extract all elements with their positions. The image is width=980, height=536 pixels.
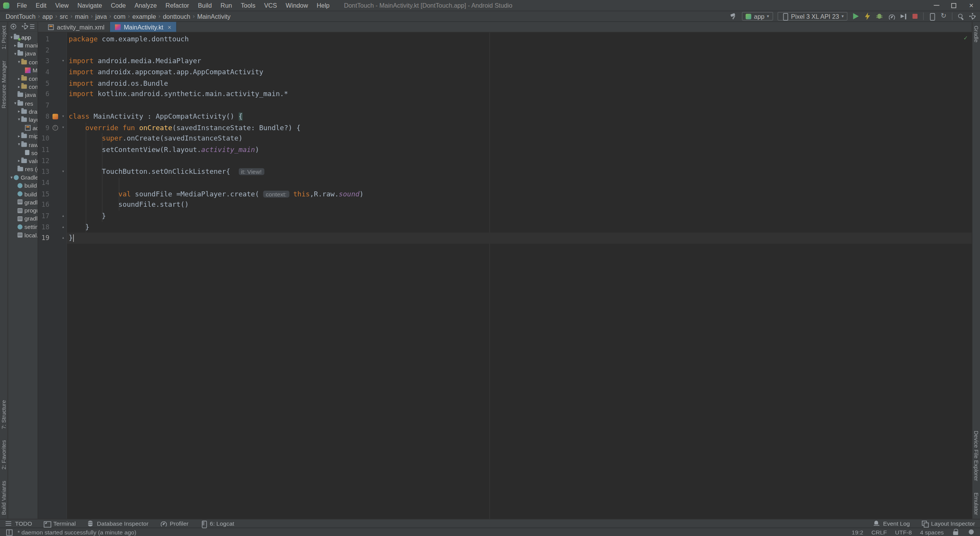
tree-open-arrow-icon[interactable]: ▾ [13, 51, 17, 56]
gradle-sync-button[interactable] [940, 13, 948, 20]
toolwindow-button-1-project[interactable]: 1: Project [1, 26, 7, 49]
toolwindow-switcher-icon[interactable] [5, 528, 13, 536]
menu-window[interactable]: Window [281, 0, 312, 11]
tree-item-mainactivity[interactable]: MainActivity [8, 66, 38, 75]
breadcrumb-item-src[interactable]: src [58, 13, 70, 20]
close-button[interactable]: × [962, 0, 980, 11]
fold-marker-icon[interactable]: ▾ [59, 111, 67, 122]
code-text[interactable]: override fun onCreate(savedInstanceState… [67, 122, 972, 133]
tree-open-arrow-icon[interactable]: ▾ [17, 117, 21, 122]
select-opened-file-icon[interactable] [9, 23, 17, 31]
code-text[interactable]: } [67, 233, 972, 244]
toolwindow-button-terminal[interactable]: Terminal [43, 520, 76, 528]
status-message[interactable]: * daemon started successfully (a minute … [18, 529, 136, 536]
stop-button[interactable] [911, 13, 919, 20]
tree-item-app[interactable]: ▾app [8, 33, 38, 42]
tree-item-build-gradle-module-donttouch-app[interactable]: build.gradle (Module: DontTouch.app) [8, 190, 38, 198]
tab-mainactivity-kt[interactable]: MainActivity.kt× [110, 22, 177, 32]
breadcrumb-item-donttouch[interactable]: DontTouch [4, 13, 38, 20]
code-text[interactable]: import android.media.MediaPlayer [67, 56, 972, 67]
code-text[interactable] [67, 178, 972, 189]
tree-item-values[interactable]: ▸values [8, 157, 38, 165]
tree-closed-arrow-icon[interactable]: ▸ [17, 84, 21, 89]
code-text[interactable] [67, 45, 972, 56]
tree-item-com-example-donttouch[interactable]: ▾com.example.donttouch [8, 58, 38, 66]
maximize-button[interactable] [945, 0, 963, 11]
fold-marker-icon[interactable]: ▴ [59, 222, 67, 233]
breadcrumb-item-app[interactable]: app [41, 13, 55, 20]
toolwindow-button-7-structure[interactable]: 7: Structure [1, 400, 7, 429]
tree-item-proguard-rules-pro-proguard-rules-for-donttouch-app[interactable]: proguard-rules.pro (ProGuard Rules for D… [8, 206, 38, 215]
settings-button[interactable] [969, 13, 977, 20]
breadcrumb-item-example[interactable]: example [131, 13, 158, 20]
lock-icon[interactable] [952, 528, 960, 536]
tree-item-mipmap[interactable]: ▸mipmap [8, 132, 38, 141]
tree-open-arrow-icon[interactable]: ▾ [9, 175, 13, 180]
class-gutter-icon[interactable] [52, 114, 58, 119]
tree-item-layout[interactable]: ▾layout [8, 116, 38, 124]
menu-edit[interactable]: Edit [31, 0, 51, 11]
tree-item-settings-gradle-project-settings[interactable]: settings.gradle (Project Settings) [8, 223, 38, 231]
code-text[interactable]: import androidx.appcompat.app.AppCompatA… [67, 67, 972, 78]
code-text[interactable]: super.onCreate(savedInstanceState) [67, 133, 972, 144]
tree-closed-arrow-icon[interactable]: ▸ [13, 43, 17, 48]
tree-closed-arrow-icon[interactable]: ▸ [17, 76, 21, 81]
build-hammer-icon[interactable] [730, 13, 738, 20]
code-text[interactable]: val soundFile =MediaPlayer.create( conte… [67, 188, 972, 199]
toolwindow-button-todo[interactable]: TODO [5, 520, 32, 528]
menu-tools[interactable]: Tools [236, 0, 260, 11]
device-manager-button[interactable] [928, 13, 936, 20]
overriding-method-gutter-icon[interactable]: ↑ [52, 125, 58, 131]
tree-open-arrow-icon[interactable]: ▾ [13, 101, 17, 106]
toolwindow-button-device-file-explorer[interactable]: Device File Explorer [973, 431, 979, 481]
tree-closed-arrow-icon[interactable]: ▸ [17, 134, 21, 139]
toolwindow-button-6-logcat[interactable]: 6: Logcat [200, 520, 234, 528]
run-button[interactable] [852, 13, 859, 20]
tree-item-activity-main-xml[interactable]: activity_main.xml [8, 124, 38, 132]
search-everywhere-button[interactable] [957, 13, 965, 20]
inspections-ok-icon[interactable] [964, 34, 967, 41]
tree-item-com-example-donttouch-androidtest[interactable]: ▸com.example.donttouch (androidTest) [8, 74, 38, 83]
tree-item-local-properties-sdk-location[interactable]: local.properties (SDK Location) [8, 231, 38, 239]
breadcrumb-item-mainactivity[interactable]: MainActivity [195, 13, 232, 20]
run-configuration-select[interactable]: app▾ [742, 12, 773, 21]
menu-file[interactable]: File [13, 0, 31, 11]
gear-icon[interactable] [21, 23, 29, 31]
toolwindow-button-layout-inspector[interactable]: Layout Inspector [921, 520, 975, 528]
tree-item-java[interactable]: ▾java [8, 50, 38, 58]
inspector-hector-icon[interactable] [967, 528, 975, 536]
code-text[interactable]: class MainActivity : AppCompatActivity()… [67, 111, 972, 122]
breadcrumb-item-com[interactable]: com [112, 13, 127, 20]
editor[interactable]: 1package com.example.donttouch23▾import … [38, 33, 972, 519]
code-text[interactable]: import android.os.Bundle [67, 78, 972, 89]
menu-build[interactable]: Build [193, 0, 216, 11]
tree-closed-arrow-icon[interactable]: ▸ [17, 109, 21, 114]
toolwindow-button-build-variants[interactable]: Build Variants [1, 481, 7, 515]
status-indent-style[interactable]: 4 spaces [920, 529, 944, 536]
tree-closed-arrow-icon[interactable]: ▸ [17, 159, 21, 163]
tree-item-gradle-wrapper-properties-gradle-version[interactable]: gradle-wrapper.properties (Gradle Versio… [8, 198, 38, 206]
status-line-ending[interactable]: CRLF [871, 529, 887, 536]
breadcrumb-item-java[interactable]: java [93, 13, 109, 20]
fold-marker-icon[interactable]: ▴ [59, 211, 67, 222]
tree-item-res[interactable]: ▾res [8, 99, 38, 108]
fold-marker-icon[interactable]: ▾ [59, 167, 67, 178]
code-text[interactable]: } [67, 222, 972, 233]
breadcrumb-item-main[interactable]: main [73, 13, 90, 20]
fold-marker-icon[interactable]: ▾ [59, 56, 67, 67]
menu-refactor[interactable]: Refactor [161, 0, 194, 11]
tree-item-manifests[interactable]: ▸manifests [8, 41, 38, 50]
menu-run[interactable]: Run [216, 0, 237, 11]
tree-item-gradle-scripts[interactable]: ▾Gradle Scripts [8, 173, 38, 182]
menu-help[interactable]: Help [312, 0, 334, 11]
menu-vcs[interactable]: VCS [260, 0, 281, 11]
code-text[interactable]: } [67, 211, 972, 222]
toolwindow-button-gradle[interactable]: Gradle [973, 26, 979, 42]
toolwindow-button-resource-manager[interactable]: Resource Manager [1, 60, 7, 108]
toolwindow-button-2-favorites[interactable]: 2: Favorites [1, 440, 7, 470]
tree-open-arrow-icon[interactable]: ▾ [17, 59, 21, 64]
menu-analyze[interactable]: Analyze [130, 0, 161, 11]
tree-item-drawable[interactable]: ▸drawable [8, 107, 38, 116]
tree-item-res-generated[interactable]: res (generated) [8, 165, 38, 173]
menu-view[interactable]: View [51, 0, 73, 11]
